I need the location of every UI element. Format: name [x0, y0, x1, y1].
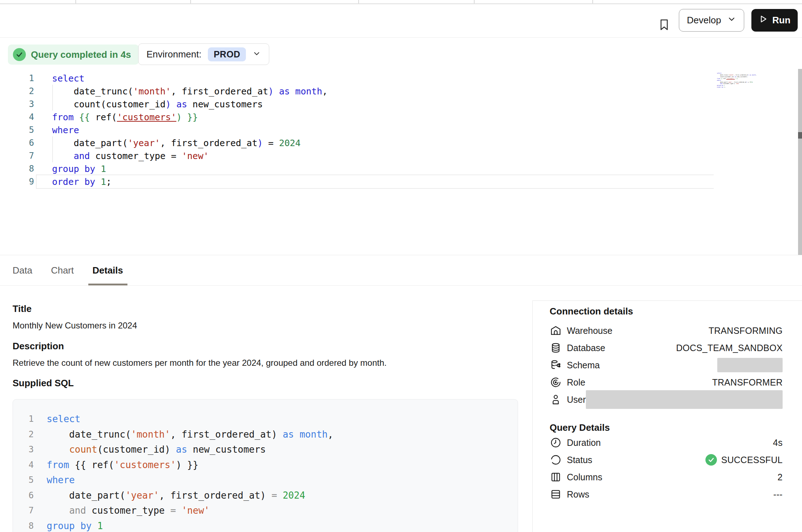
code-text: group by 1 [47, 521, 103, 531]
detail-row-user: User [550, 391, 783, 408]
code-text: select [47, 414, 80, 424]
title-value: Monthly New Customers in 2024 [13, 321, 137, 331]
code-text: from {{ ref('customers') }} [52, 112, 198, 122]
tab-data[interactable]: Data [13, 255, 32, 285]
editor-lines: 1select2 date_trunc('month', first_order… [0, 72, 802, 188]
query-status-badge: Query completed in 4s [8, 45, 139, 65]
play-icon [759, 14, 768, 26]
line-number: 1 [13, 414, 34, 424]
schema-icon [550, 359, 562, 371]
code-line: 3 count(customer_id) as new_customers [13, 442, 518, 457]
code-text: date_trunc('month', first_ordered_at) as… [52, 86, 328, 97]
editor-scrollbar[interactable] [798, 69, 802, 261]
line-number: 5 [0, 125, 34, 135]
detail-label: Duration [567, 438, 601, 448]
code-line: 2 date_trunc('month', first_ordered_at) … [0, 85, 802, 98]
code-text: and customer_type = 'new' [47, 505, 210, 516]
line-number: 1 [0, 73, 34, 83]
sql-editor[interactable]: 1select2 date_trunc('month', first_order… [0, 72, 802, 255]
code-text: from {{ ref('customers') }} [47, 459, 199, 470]
detail-label: Database [567, 343, 605, 353]
tab-details[interactable]: Details [93, 255, 123, 285]
run-label: Run [772, 15, 791, 26]
code-text: count(customer_id) as new_customers [47, 444, 266, 455]
window-tab-divider [358, 0, 359, 4]
role-icon [550, 376, 562, 388]
code-line: 8group by 1 [0, 162, 802, 175]
code-line: 7 and customer_type = 'new' [0, 149, 802, 162]
detail-value: 4s [773, 438, 783, 448]
detail-row-schema: Schema [550, 356, 783, 374]
query-status-text: Query completed in 4s [31, 49, 131, 60]
code-text: where [47, 475, 75, 485]
code-line: 7 and customer_type = 'new' [13, 503, 518, 518]
details-left-panel: Title Monthly New Customers in 2024 Desc… [13, 286, 519, 532]
window-tab-divider [474, 0, 475, 4]
check-circle-icon [705, 454, 717, 466]
header-bar: Develop Run [0, 5, 802, 38]
line-number: 8 [13, 521, 34, 531]
status-text: SUCCESSFUL [721, 455, 783, 465]
redacted-value-box [586, 390, 783, 409]
minimap-line: order by 1; [717, 87, 756, 88]
line-number: 4 [0, 112, 34, 122]
detail-label: Rows [567, 489, 589, 500]
window-top-strip [0, 0, 802, 4]
detail-value: 2 [778, 472, 783, 482]
clock-icon [550, 437, 562, 449]
code-line: 6 date_part('year', first_ordered_at) = … [0, 136, 802, 149]
description-heading: Description [13, 341, 64, 352]
window-tab-divider [190, 0, 191, 4]
database-icon [550, 342, 562, 354]
line-number: 6 [0, 138, 34, 148]
detail-label: Status [567, 455, 592, 465]
detail-label: Columns [567, 472, 602, 482]
code-text: select [52, 73, 84, 84]
description-value: Retrieve the count of new customers per … [13, 358, 387, 368]
detail-row-status: StatusSUCCESSFUL [550, 451, 783, 468]
details-pane: Title Monthly New Customers in 2024 Desc… [0, 286, 802, 532]
detail-value: --- [773, 489, 783, 500]
detail-value: DOCS_TEAM_SANDBOX [676, 343, 783, 353]
line-number: 6 [13, 490, 34, 500]
environment-dropdown[interactable]: Environment: PROD [138, 43, 269, 65]
detail-label: Role [567, 377, 585, 388]
title-heading: Title [13, 303, 32, 314]
detail-label: Warehouse [567, 326, 612, 336]
detail-row-warehouse: WarehouseTRANSFORMING [550, 322, 783, 339]
develop-label: Develop [687, 15, 721, 26]
supplied-sql-lines: 1select2 date_trunc('month', first_order… [13, 411, 518, 532]
detail-label: User [567, 395, 586, 405]
tab-chart[interactable]: Chart [51, 255, 74, 285]
user-icon [550, 393, 562, 406]
rows-icon [550, 488, 562, 500]
run-button[interactable]: Run [751, 9, 798, 32]
code-line: 8group by 1 [13, 518, 518, 532]
line-number: 3 [0, 99, 34, 109]
check-circle-icon [13, 48, 26, 61]
status-row: Query completed in 4s Environment: PROD [0, 38, 802, 70]
editor-minimap[interactable]: select date_trunc('month', first_ordered… [717, 73, 756, 88]
code-text: where [52, 125, 79, 135]
develop-dropdown-button[interactable]: Develop [679, 9, 744, 32]
line-number: 2 [0, 86, 34, 96]
code-text: order by 1; [52, 177, 112, 187]
bookmark-button[interactable] [656, 16, 672, 34]
scrollbar-thumb[interactable] [798, 132, 802, 139]
status-value: SUCCESSFUL [705, 454, 783, 466]
code-line: 1select [13, 411, 518, 427]
detail-row-rows: Rows--- [550, 486, 783, 503]
line-number: 2 [13, 429, 34, 439]
redacted-value-box [717, 358, 783, 372]
connection-details-heading: Connection details [550, 306, 633, 317]
line-number: 8 [0, 164, 34, 174]
bookmark-icon [657, 29, 671, 34]
line-number: 4 [13, 460, 34, 470]
window-tab-divider [592, 0, 593, 4]
chevron-down-icon [727, 14, 736, 26]
window-tab-divider [75, 0, 76, 4]
code-line: 1select [0, 72, 802, 85]
code-text: group by 1 [52, 164, 106, 174]
line-number: 7 [13, 505, 34, 515]
code-text: date_part('year', first_ordered_at) = 20… [52, 138, 300, 148]
